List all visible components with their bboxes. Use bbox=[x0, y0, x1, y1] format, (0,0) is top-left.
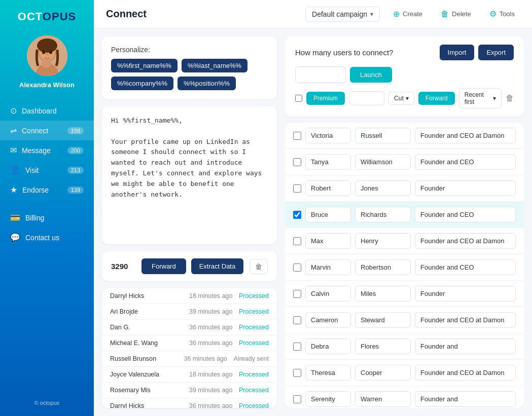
forward-filter-button[interactable]: Forward bbox=[418, 92, 455, 105]
user-checkbox[interactable] bbox=[293, 290, 301, 298]
svg-point-6 bbox=[49, 51, 52, 54]
activity-status: Processed bbox=[239, 324, 269, 331]
activity-status: Processed bbox=[239, 339, 269, 347]
activity-status: Processed bbox=[239, 387, 269, 394]
cut-filter-input[interactable] bbox=[349, 91, 384, 105]
forward-button[interactable]: Forward bbox=[141, 258, 186, 274]
svg-point-7 bbox=[41, 60, 51, 68]
user-checkbox[interactable] bbox=[293, 158, 301, 166]
user-title: Founder and CEO bbox=[415, 154, 516, 170]
user-title: Founder bbox=[415, 286, 516, 301]
endorse-badge: 139 bbox=[67, 186, 84, 194]
visit-icon: 👤 bbox=[10, 165, 20, 175]
user-checkbox[interactable] bbox=[293, 369, 301, 377]
sidebar-item-billing[interactable]: 💳 Billing bbox=[0, 208, 94, 228]
activity-time: 36 minutes ago bbox=[189, 339, 235, 347]
user-checkbox[interactable] bbox=[293, 237, 301, 245]
svg-point-5 bbox=[42, 51, 45, 54]
activity-name: Russell Brunson bbox=[110, 355, 180, 362]
extract-button[interactable]: Extract Data bbox=[191, 258, 244, 274]
activity-item: Rosemary Mis 39 minutes ago Processed bbox=[102, 383, 277, 398]
sidebar-item-endorse[interactable]: ★ Endorse 139 bbox=[0, 180, 94, 200]
billing-icon: 💳 bbox=[10, 213, 20, 222]
import-button[interactable]: Import bbox=[440, 45, 475, 60]
user-first-name: Tanya bbox=[305, 154, 351, 170]
right-panel: How many users to connect? Import Export… bbox=[285, 36, 524, 408]
user-last-name: Cooper bbox=[355, 365, 411, 381]
sidebar-item-message[interactable]: ✉ Message 200 bbox=[0, 140, 94, 160]
delete-button[interactable]: 🗑 Delete bbox=[436, 7, 476, 22]
user-first-name: Theresa bbox=[305, 365, 351, 381]
table-row: Bruce Richards Founder and CEO bbox=[285, 202, 524, 228]
activity-name: Micheal E. Wang bbox=[110, 339, 185, 347]
activity-name: Joyce Valenzuela bbox=[110, 371, 185, 378]
sidebar-item-connect[interactable]: ⇌ Connect 198 bbox=[0, 121, 94, 140]
cut-select[interactable]: Cut ▾ bbox=[388, 92, 414, 105]
users-table: Victoria Russell Founder and CEO at Damo… bbox=[285, 123, 524, 408]
user-title: Founder and CEO bbox=[415, 259, 516, 275]
user-checkbox[interactable] bbox=[293, 184, 301, 193]
user-checkbox[interactable] bbox=[293, 211, 301, 219]
bottom-controls: 3290 Forward Extract Data 🗑 bbox=[102, 251, 277, 281]
user-checkbox[interactable] bbox=[293, 343, 301, 351]
table-row: Robert Jones Founder bbox=[285, 175, 524, 202]
export-button[interactable]: Export bbox=[478, 45, 514, 60]
user-last-name: Warren bbox=[355, 391, 411, 407]
tag-last-name[interactable]: %%last_name%% bbox=[182, 59, 247, 72]
tag-company[interactable]: %%company%% bbox=[111, 77, 173, 90]
activity-status: Processed bbox=[239, 371, 269, 378]
table-row: Serenity Warren Founder and bbox=[285, 386, 524, 408]
table-row: Victoria Russell Founder and CEO at Damo… bbox=[285, 123, 524, 149]
recent-select[interactable]: Recent first ▾ bbox=[459, 88, 502, 108]
filter-delete-icon[interactable]: 🗑 bbox=[506, 94, 514, 103]
user-first-name: Marvin bbox=[305, 259, 351, 275]
message-textarea[interactable] bbox=[111, 116, 268, 197]
nav-items: ⊙ Dashboard ⇌ Connect 198 ✉ Message 200 … bbox=[0, 101, 94, 247]
activity-name: Darryl Hicks bbox=[110, 402, 185, 408]
activity-item: Darryl Hicks 36 minutes ago Processed bbox=[102, 398, 277, 408]
table-row: Calvin Miles Founder bbox=[285, 281, 524, 307]
user-first-name: Debra bbox=[305, 338, 351, 354]
user-first-name: Bruce bbox=[305, 207, 351, 222]
users-header-top: How many users to connect? Import Export bbox=[295, 45, 514, 60]
premium-filter-button[interactable]: Premium bbox=[306, 92, 345, 105]
activity-status: Processed bbox=[239, 402, 269, 408]
filter-bar: Premium Cut ▾ Forward Recent first ▾ 🗑 bbox=[295, 88, 514, 108]
user-title: Founder and bbox=[415, 391, 516, 407]
sidebar-item-dashboard[interactable]: ⊙ Dashboard bbox=[0, 101, 94, 121]
select-all-checkbox[interactable] bbox=[295, 94, 302, 102]
connect-icon: ⇌ bbox=[10, 126, 17, 135]
tag-position[interactable]: %%position%% bbox=[178, 77, 236, 90]
tag-first-name[interactable]: %%first_name%% bbox=[111, 59, 178, 72]
dashboard-icon: ⊙ bbox=[10, 106, 17, 116]
contact-icon: 💬 bbox=[10, 233, 20, 242]
activity-time: 18 minutes ago bbox=[189, 292, 235, 299]
user-checkbox[interactable] bbox=[293, 263, 301, 272]
top-bar: Connect Default campaign ▾ ⊕ Create 🗑 De… bbox=[94, 0, 532, 28]
launch-button[interactable]: Launch bbox=[350, 67, 392, 83]
user-first-name: Cameron bbox=[305, 312, 351, 328]
user-checkbox[interactable] bbox=[293, 316, 301, 324]
user-checkbox[interactable] bbox=[293, 395, 301, 403]
page-title: Connect bbox=[106, 8, 297, 20]
launch-input[interactable] bbox=[295, 66, 346, 83]
user-last-name: Miles bbox=[355, 286, 411, 301]
table-row: Marvin Robertson Founder and CEO bbox=[285, 254, 524, 281]
activity-name: Dan G. bbox=[110, 324, 185, 331]
connect-badge: 198 bbox=[67, 127, 84, 134]
user-first-name: Victoria bbox=[305, 128, 351, 143]
sidebar-footer: © octopus bbox=[34, 400, 60, 406]
activity-time: 36 minutes ago bbox=[189, 324, 235, 331]
sidebar-item-contact[interactable]: 💬 Contact us bbox=[0, 228, 94, 247]
delete-small-button[interactable]: 🗑 bbox=[250, 259, 268, 274]
sidebar-item-visit[interactable]: 👤 Visit 213 bbox=[0, 160, 94, 180]
table-row: Theresa Cooper Founder and CEO at Damon bbox=[285, 360, 524, 386]
user-title: Founder and CEO at Damon bbox=[415, 128, 516, 143]
delete-icon: 🗑 bbox=[441, 10, 449, 19]
tools-button[interactable]: ⚙ Tools bbox=[484, 6, 520, 22]
create-button[interactable]: ⊕ Create bbox=[388, 6, 428, 22]
main-content: Connect Default campaign ▾ ⊕ Create 🗑 De… bbox=[94, 0, 532, 416]
user-checkbox[interactable] bbox=[293, 132, 301, 140]
campaign-selector[interactable]: Default campaign ▾ bbox=[305, 7, 380, 22]
user-last-name: Richards bbox=[355, 207, 411, 222]
